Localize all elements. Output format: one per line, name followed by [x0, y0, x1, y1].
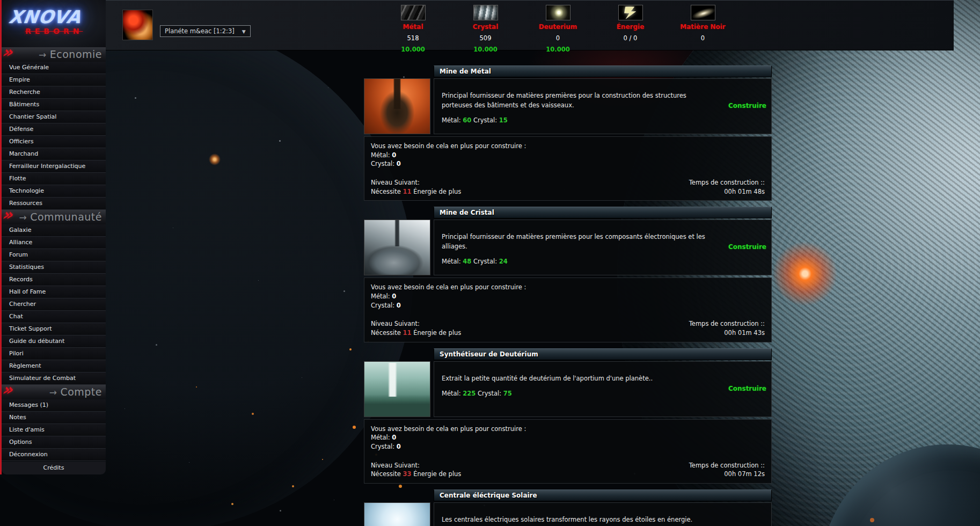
requires-prefix: Nécessite	[371, 470, 401, 478]
sidebar-item-hall-of-fame[interactable]: Hall of Fame	[2, 286, 106, 298]
topbar: Planéte m&eac [1:2:3]▼ Métal 518 10.000 …	[106, 0, 954, 50]
sidebar-section-header: »→Communauté	[2, 210, 106, 224]
requires-suffix: Énergie de plus	[413, 329, 461, 337]
resource-max: 10.000	[522, 46, 594, 53]
sidebar-item-vue-g-n-rale[interactable]: Vue Générale	[2, 62, 106, 74]
sidebar-item-ressources[interactable]: Ressources	[2, 198, 106, 210]
building-image[interactable]	[364, 502, 430, 526]
sidebar-item-ticket-support[interactable]: Ticket Support	[2, 323, 106, 335]
sidebar-item-chantier-spatial[interactable]: Chantier Spatial	[2, 111, 106, 123]
double-chevron-icon: »	[1, 382, 14, 398]
sidebar-item-simulateur-de-combat[interactable]: Simulateur de Combat	[2, 372, 106, 385]
sidebar-item-statistiques[interactable]: Statistiques	[2, 261, 106, 274]
sidebar-item-records[interactable]: Records	[2, 274, 106, 286]
sidebar-item-technologie[interactable]: Technologie	[2, 185, 106, 198]
sidebar-item-liste-d-amis[interactable]: Liste d'amis	[2, 424, 106, 436]
crystal-label: Crystal:	[371, 443, 394, 450]
sidebar-item-guide-du-d-butant[interactable]: Guide du débutant	[2, 335, 106, 348]
bright-star-decoration	[209, 154, 221, 165]
building-image[interactable]	[364, 78, 430, 134]
need-header: Vous avez besoin de cela en plus pour co…	[371, 283, 765, 292]
construction-time-block: Temps de construction :: 00h 07m 12s	[689, 461, 765, 479]
energy-requirement-line: Nécessite 11 Énergie de plus	[371, 328, 461, 338]
orange-glow-decoration	[773, 242, 837, 306]
building-image[interactable]	[364, 361, 430, 417]
sidebar-item-notes[interactable]: Notes	[2, 412, 106, 424]
building-card: Centrale éléctrique Solaire Les centrale…	[364, 490, 772, 526]
sidebar-item-options[interactable]: Options	[2, 436, 106, 449]
deuterium-icon	[546, 5, 571, 20]
resource-max: 10.000	[449, 46, 522, 53]
building-description: Principal fournisseur de matières premiè…	[442, 91, 712, 111]
sidebar-section-header: »→Economie	[2, 47, 106, 62]
resource-value: 0	[522, 34, 594, 42]
logo-subtitle: REBORN	[25, 27, 83, 35]
metal-cost-label: Métal:	[442, 258, 461, 265]
construire-link[interactable]: Construire	[728, 243, 766, 251]
construction-time-label: Temps de construction ::	[689, 319, 765, 328]
sidebar-item-chercher[interactable]: Chercher	[2, 298, 106, 311]
logo-title: XNOVA	[8, 6, 83, 27]
construction-time-value: 00h 07m 12s	[689, 470, 765, 479]
resource-label: Matière Noir	[667, 23, 739, 31]
crystal-icon	[473, 5, 498, 20]
building-image[interactable]	[364, 220, 430, 275]
requires-suffix: Énergie de plus	[413, 188, 461, 195]
need-header: Vous avez besoin de cela en plus pour co…	[371, 425, 765, 434]
requires-suffix: Énergie de plus	[413, 470, 461, 478]
building-description: Extrait la petite quantité de deutérium …	[442, 374, 712, 384]
credits-button[interactable]: Crédits	[2, 462, 106, 474]
construire-link[interactable]: Construire	[728, 385, 766, 392]
sidebar-item-flotte[interactable]: Flotte	[2, 173, 106, 185]
energy-requirement-line: Nécessite 33 Énergie de plus	[371, 470, 461, 479]
sidebar-item-d-connexion[interactable]: Déconnexion	[2, 449, 106, 461]
next-level-label: Niveau Suivant:	[371, 178, 461, 187]
crystal-cost-value: 75	[503, 390, 512, 397]
construction-time-block: Temps de construction :: 00h 01m 48s	[689, 178, 765, 196]
crystal-cost-label: Crystal:	[478, 390, 501, 397]
section-title: Compte	[60, 386, 102, 398]
crystal-cost-label: Crystal:	[473, 258, 497, 265]
arrow-icon: →	[49, 387, 57, 398]
metal-label: Métal:	[371, 151, 390, 159]
sidebar-item-empire[interactable]: Empire	[2, 74, 106, 86]
building-title: Synthétiseur de Deutérium	[434, 348, 772, 360]
metal-cost-label: Métal:	[442, 390, 461, 397]
construction-time-value: 00h 01m 43s	[689, 328, 765, 338]
sidebar-item-marchand[interactable]: Marchand	[2, 148, 106, 160]
resource-value: 509	[449, 34, 522, 42]
building-cost: Métal: 48 Crystal: 24	[442, 258, 712, 265]
sidebar-item-officiers[interactable]: Officiers	[2, 136, 106, 148]
sidebar-item-galaxie[interactable]: Galaxie	[2, 224, 106, 237]
energy-requirement-line: Nécessite 11 Énergie de plus	[371, 187, 461, 196]
sidebar-item-b-timents[interactable]: Bâtiments	[2, 99, 106, 111]
need-crystal-value: 0	[397, 160, 401, 167]
need-header: Vous avez besoin de cela en plus pour co…	[371, 142, 765, 151]
sidebar-item-messages-1-[interactable]: Messages (1)	[2, 399, 106, 412]
sidebar-item-pilori[interactable]: Pilori	[2, 348, 106, 360]
sidebar-item-alliance[interactable]: Alliance	[2, 237, 106, 249]
sidebar-item-forum[interactable]: Forum	[2, 249, 106, 261]
sidebar-item-chat[interactable]: Chat	[2, 311, 106, 323]
planet-thumbnail[interactable]	[122, 10, 153, 40]
sidebar-item-d-fense[interactable]: Défense	[2, 123, 106, 136]
planet-select[interactable]: Planéte m&eac [1:2:3]▼	[160, 25, 251, 37]
need-crystal-line: Crystal: 0	[371, 442, 765, 451]
planet-select-value: Planéte m&eac [1:2:3]	[165, 27, 235, 35]
buildings-list: Mine de Métal Principal fournisseur de m…	[364, 65, 772, 526]
sidebar-item-recherche[interactable]: Recherche	[2, 86, 106, 99]
building-cost: Métal: 60 Crystal: 15	[442, 116, 712, 124]
resource-label: Métal	[377, 23, 449, 31]
double-chevron-icon: »	[1, 207, 14, 223]
requires-prefix: Nécessite	[371, 188, 401, 195]
need-metal-value: 0	[392, 151, 396, 159]
building-requirements-panel: Vous avez besoin de cela en plus pour co…	[364, 277, 772, 342]
resource-value: 0 / 0	[594, 34, 667, 42]
need-metal-value: 0	[392, 434, 396, 441]
logo[interactable]: XNOVA REBORN	[2, 0, 106, 47]
construire-link[interactable]: Construire	[728, 102, 766, 109]
sidebar-item-ferrailleur-intergalactique[interactable]: Ferrailleur Intergalactique	[2, 160, 106, 173]
resource-value: 0	[667, 34, 739, 42]
sidebar-item-r-glement[interactable]: Règlement	[2, 360, 106, 372]
section-title: Economie	[50, 48, 102, 60]
